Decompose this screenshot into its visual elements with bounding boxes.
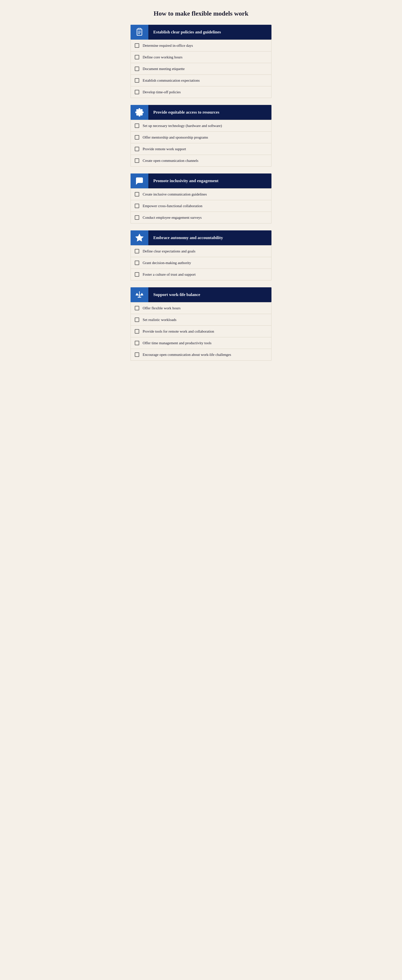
section-policies-header: Establish clear policies and guidelines [131, 25, 271, 40]
list-item: Offer time management and productivity t… [131, 337, 271, 349]
checklist-item-label: Provide tools for remote work and collab… [142, 329, 214, 334]
list-item: Create open communication channels [131, 155, 271, 167]
list-item: Provide tools for remote work and collab… [131, 326, 271, 337]
checkbox[interactable] [135, 124, 139, 128]
list-item: Determine required in-office days [131, 40, 271, 51]
checklist-item-label: Foster a culture of trust and support [142, 272, 196, 277]
checklist-item-label: Define clear expectations and goals [142, 249, 195, 253]
checklist-item-label: Offer flexible work hours [142, 306, 180, 310]
section-inclusivity: Promote inclusivity and engagementCreate… [131, 173, 271, 223]
checklist-item-label: Determine required in-office days [142, 43, 193, 48]
checkbox[interactable] [135, 329, 139, 334]
section-autonomy-header: Embrace autonomy and accountability [131, 231, 271, 245]
list-item: Empower cross-functional collaboration [131, 200, 271, 212]
list-item: Offer flexible work hours [131, 302, 271, 314]
checklist-item-label: Set up necessary technology (hardware an… [142, 124, 222, 128]
page-title: How to make flexible models work [131, 10, 271, 18]
list-item: Develop time-off policies [131, 86, 271, 98]
settings-icon [131, 105, 148, 120]
section-policies-title: Establish clear policies and guidelines [148, 30, 226, 35]
checkbox[interactable] [135, 158, 139, 163]
checkbox[interactable] [135, 147, 139, 151]
section-inclusivity-title: Promote inclusivity and engagement [148, 178, 223, 183]
list-item: Set up necessary technology (hardware an… [131, 120, 271, 132]
checkbox[interactable] [135, 43, 139, 48]
checkbox[interactable] [135, 341, 139, 345]
checkbox[interactable] [135, 204, 139, 208]
svg-marker-7 [136, 234, 143, 241]
checkbox[interactable] [135, 352, 139, 357]
balance-icon [131, 287, 148, 302]
checkbox[interactable] [135, 215, 139, 220]
list-item: Define clear expectations and goals [131, 245, 271, 257]
checkbox[interactable] [135, 90, 139, 94]
section-policies: Establish clear policies and guidelinesD… [131, 25, 271, 98]
list-item: Set realistic workloads [131, 314, 271, 326]
checklist-item-label: Define core working hours [142, 55, 182, 59]
section-autonomy-title: Embrace autonomy and accountability [148, 235, 228, 240]
list-item: Document meeting etiquette [131, 63, 271, 75]
checkbox[interactable] [135, 67, 139, 71]
list-item: Encourage open communication about work-… [131, 349, 271, 361]
checkbox[interactable] [135, 55, 139, 59]
checkbox[interactable] [135, 306, 139, 310]
checkbox[interactable] [135, 318, 139, 322]
list-item: Foster a culture of trust and support [131, 269, 271, 280]
clipboard-icon [131, 25, 148, 40]
checklist-item-label: Create open communication channels [142, 159, 198, 163]
list-item: Establish communication expectations [131, 75, 271, 86]
checklist-item-label: Offer time management and productivity t… [142, 341, 211, 345]
checkbox[interactable] [135, 135, 139, 140]
star-icon [131, 231, 148, 245]
section-resources-title: Provide equitable access to resources [148, 110, 224, 115]
section-autonomy: Embrace autonomy and accountabilityDefin… [131, 231, 271, 280]
section-balance-title: Support work-life balance [148, 292, 205, 297]
checklist-item-label: Encourage open communication about work-… [142, 353, 231, 357]
section-balance: Support work-life balanceOffer flexible … [131, 287, 271, 361]
checklist-item-label: Develop time-off policies [142, 90, 181, 94]
list-item: Offer mentorship and sponsorship program… [131, 132, 271, 143]
section-inclusivity-header: Promote inclusivity and engagement [131, 173, 271, 188]
section-balance-header: Support work-life balance [131, 287, 271, 302]
checklist-item-label: Establish communication expectations [142, 78, 200, 83]
section-policies-checklist: Determine required in-office daysDefine … [131, 40, 271, 98]
checklist-item-label: Document meeting etiquette [142, 67, 185, 71]
list-item: Create inclusive communication guideline… [131, 188, 271, 200]
checklist-item-label: Grant decision-making authority [142, 261, 191, 265]
checklist-item-label: Empower cross-functional collaboration [142, 204, 203, 208]
section-resources: Provide equitable access to resourcesSet… [131, 105, 271, 167]
section-inclusivity-checklist: Create inclusive communication guideline… [131, 188, 271, 223]
chat-icon [131, 173, 148, 188]
checkbox[interactable] [135, 261, 139, 265]
section-resources-checklist: Set up necessary technology (hardware an… [131, 120, 271, 167]
checklist-item-label: Offer mentorship and sponsorship program… [142, 135, 208, 140]
checkbox[interactable] [135, 192, 139, 197]
checklist-item-label: Provide remote work support [142, 147, 186, 151]
checklist-item-label: Set realistic workloads [142, 318, 177, 322]
section-balance-checklist: Offer flexible work hoursSet realistic w… [131, 302, 271, 361]
checklist-item-label: Create inclusive communication guideline… [142, 192, 207, 197]
list-item: Define core working hours [131, 51, 271, 63]
svg-rect-5 [138, 28, 141, 29]
list-item: Grant decision-making authority [131, 257, 271, 269]
list-item: Provide remote work support [131, 143, 271, 155]
checkbox[interactable] [135, 249, 139, 253]
section-resources-header: Provide equitable access to resources [131, 105, 271, 120]
section-autonomy-checklist: Define clear expectations and goalsGrant… [131, 245, 271, 280]
checkbox[interactable] [135, 78, 139, 83]
checklist-item-label: Conduct employee engagement surveys [142, 216, 202, 220]
list-item: Conduct employee engagement surveys [131, 212, 271, 223]
checkbox[interactable] [135, 272, 139, 277]
